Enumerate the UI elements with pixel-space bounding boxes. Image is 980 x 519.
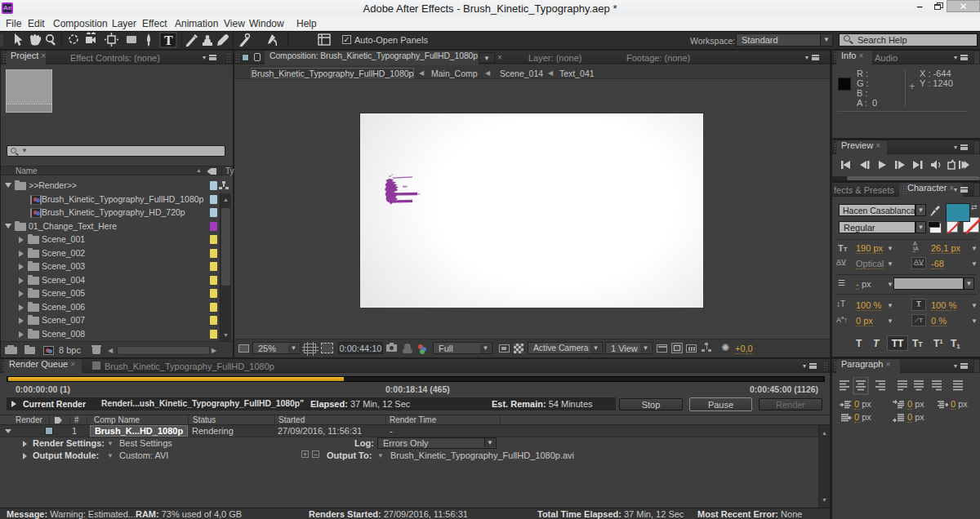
svg-text:T: T — [164, 33, 173, 47]
